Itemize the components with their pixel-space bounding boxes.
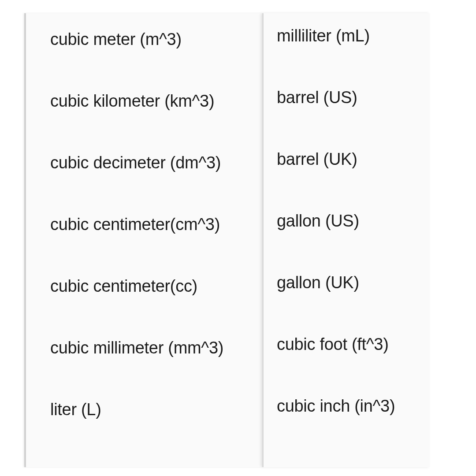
unit-option-cubic-meter[interactable]: cubic meter (m^3) [50, 26, 258, 88]
unit-option-barrel-uk[interactable]: barrel (UK) [277, 150, 425, 212]
unit-option-gallon-us[interactable]: gallon (US) [277, 212, 425, 273]
unit-option-cubic-decimeter[interactable]: cubic decimeter (dm^3) [50, 150, 258, 212]
unit-option-cubic-inch[interactable]: cubic inch (in^3) [277, 397, 425, 458]
unit-selection-panel: cubic meter (m^3) cubic kilometer (km^3)… [24, 13, 430, 467]
unit-option-gallon-uk[interactable]: gallon (UK) [277, 273, 425, 335]
unit-option-cubic-kilometer[interactable]: cubic kilometer (km^3) [50, 88, 258, 150]
unit-option-liter[interactable]: liter (L) [50, 397, 258, 458]
unit-option-cubic-centimeter-cc[interactable]: cubic centimeter(cc) [50, 273, 258, 335]
unit-option-milliliter[interactable]: milliliter (mL) [277, 26, 425, 88]
right-unit-column: milliliter (mL) barrel (US) barrel (UK) … [262, 13, 430, 467]
left-unit-column: cubic meter (m^3) cubic kilometer (km^3)… [24, 13, 262, 467]
unit-option-barrel-us[interactable]: barrel (US) [277, 88, 425, 150]
unit-option-cubic-centimeter-cm3[interactable]: cubic centimeter(cm^3) [50, 212, 258, 273]
unit-option-cubic-foot[interactable]: cubic foot (ft^3) [277, 335, 425, 397]
unit-option-cubic-millimeter[interactable]: cubic millimeter (mm^3) [50, 335, 258, 397]
